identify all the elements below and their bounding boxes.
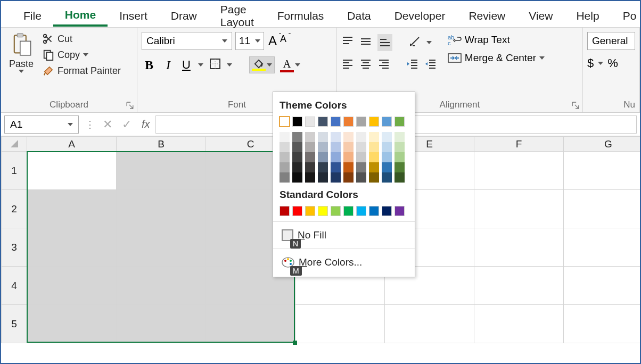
color-swatch[interactable] xyxy=(292,172,302,183)
color-swatch[interactable] xyxy=(343,206,354,216)
color-swatch[interactable] xyxy=(382,132,392,142)
tab-home[interactable]: Home xyxy=(53,5,108,27)
dialog-launcher-clipboard[interactable] xyxy=(126,102,135,110)
name-box[interactable]: A1 xyxy=(4,115,79,134)
tab-data[interactable]: Data xyxy=(335,6,382,26)
row-header[interactable]: 3 xyxy=(2,228,27,267)
wrap-text-button[interactable]: abc Wrap Text xyxy=(448,34,545,46)
color-swatch[interactable] xyxy=(395,172,405,183)
color-swatch[interactable] xyxy=(305,206,315,216)
color-swatch[interactable] xyxy=(318,206,328,216)
no-fill-item[interactable]: No Fill N xyxy=(280,224,408,246)
cell[interactable] xyxy=(564,305,642,343)
tab-insert[interactable]: Insert xyxy=(108,6,159,26)
font-color-button[interactable]: A xyxy=(280,58,300,72)
cell[interactable] xyxy=(117,305,206,343)
color-swatch[interactable] xyxy=(343,117,354,127)
row-header[interactable]: 4 xyxy=(2,267,27,305)
tab-view[interactable]: View xyxy=(517,6,564,26)
color-swatch[interactable] xyxy=(305,162,315,172)
color-swatch[interactable] xyxy=(331,132,341,142)
decrease-indent-button[interactable] xyxy=(406,57,419,72)
cell[interactable] xyxy=(117,267,206,305)
tab-review[interactable]: Review xyxy=(457,6,517,26)
color-swatch[interactable] xyxy=(343,172,354,183)
cell[interactable] xyxy=(117,228,206,267)
align-right-button[interactable] xyxy=(377,57,390,72)
percent-button[interactable]: % xyxy=(607,56,618,70)
row-header[interactable]: 5 xyxy=(2,305,27,343)
color-swatch[interactable] xyxy=(331,206,341,216)
color-swatch[interactable] xyxy=(356,132,366,142)
cell[interactable] xyxy=(564,152,642,190)
color-swatch[interactable] xyxy=(292,206,302,216)
color-swatch[interactable] xyxy=(280,162,290,172)
color-swatch[interactable] xyxy=(369,172,379,183)
align-top-button[interactable] xyxy=(341,35,354,50)
color-swatch[interactable] xyxy=(305,152,315,162)
color-swatch[interactable] xyxy=(305,132,315,142)
color-swatch[interactable] xyxy=(318,132,328,142)
color-swatch[interactable] xyxy=(343,142,354,152)
color-swatch[interactable] xyxy=(318,162,328,172)
color-swatch[interactable] xyxy=(382,162,392,172)
column-header[interactable]: A xyxy=(27,137,117,152)
orientation-button[interactable] xyxy=(408,35,421,50)
color-swatch[interactable] xyxy=(395,132,405,142)
fill-handle[interactable] xyxy=(293,341,297,345)
enter-formula-button[interactable]: ✓ xyxy=(117,118,136,131)
row-header[interactable]: 1 xyxy=(2,152,27,190)
italic-button[interactable]: I xyxy=(162,58,175,72)
column-header[interactable]: B xyxy=(117,137,206,152)
fx-icon[interactable]: fx xyxy=(136,118,155,130)
cell[interactable] xyxy=(564,190,642,228)
color-swatch[interactable] xyxy=(356,206,366,216)
borders-button[interactable] xyxy=(209,57,221,72)
cell[interactable] xyxy=(27,305,117,343)
more-colors-item[interactable]: More Colors... M xyxy=(280,251,408,274)
cell[interactable] xyxy=(27,267,117,305)
color-swatch[interactable] xyxy=(318,152,328,162)
color-swatch[interactable] xyxy=(382,206,392,216)
color-swatch[interactable] xyxy=(369,162,379,172)
select-all-corner[interactable] xyxy=(2,137,27,152)
color-swatch[interactable] xyxy=(356,142,366,152)
cell[interactable] xyxy=(27,152,117,190)
chevron-down-icon[interactable] xyxy=(198,63,203,67)
color-swatch[interactable] xyxy=(280,132,290,142)
color-swatch[interactable] xyxy=(292,142,302,152)
color-swatch[interactable] xyxy=(305,117,315,127)
color-swatch[interactable] xyxy=(331,142,341,152)
column-header[interactable]: F xyxy=(474,137,564,152)
color-swatch[interactable] xyxy=(305,142,315,152)
color-swatch[interactable] xyxy=(305,172,315,183)
dialog-launcher-alignment[interactable] xyxy=(572,102,580,110)
cell[interactable] xyxy=(474,228,564,267)
cut-button[interactable]: Cut xyxy=(40,32,123,46)
color-swatch[interactable] xyxy=(356,152,366,162)
color-swatch[interactable] xyxy=(280,206,290,216)
color-swatch[interactable] xyxy=(280,142,290,152)
color-swatch[interactable] xyxy=(382,117,392,127)
color-swatch[interactable] xyxy=(343,132,354,142)
color-swatch[interactable] xyxy=(318,117,328,127)
color-swatch[interactable] xyxy=(280,152,290,162)
tab-draw[interactable]: Draw xyxy=(159,6,209,26)
align-bottom-button[interactable] xyxy=(377,34,392,51)
color-swatch[interactable] xyxy=(318,142,328,152)
merge-center-button[interactable]: Merge & Center xyxy=(448,52,545,64)
chevron-down-icon[interactable] xyxy=(426,41,432,44)
cell[interactable] xyxy=(27,190,117,228)
color-swatch[interactable] xyxy=(318,172,328,183)
tab-file[interactable]: File xyxy=(12,6,53,26)
chevron-down-icon[interactable] xyxy=(227,63,232,67)
color-swatch[interactable] xyxy=(369,142,379,152)
increase-font-button[interactable]: Aˆ xyxy=(267,34,278,48)
color-swatch[interactable] xyxy=(382,172,392,183)
underline-button[interactable]: U xyxy=(180,58,193,72)
color-swatch[interactable] xyxy=(280,172,290,183)
cancel-formula-button[interactable]: ✕ xyxy=(98,118,117,131)
copy-button[interactable]: Copy xyxy=(40,48,123,62)
tab-developer[interactable]: Developer xyxy=(383,6,457,26)
cell[interactable] xyxy=(474,305,564,343)
